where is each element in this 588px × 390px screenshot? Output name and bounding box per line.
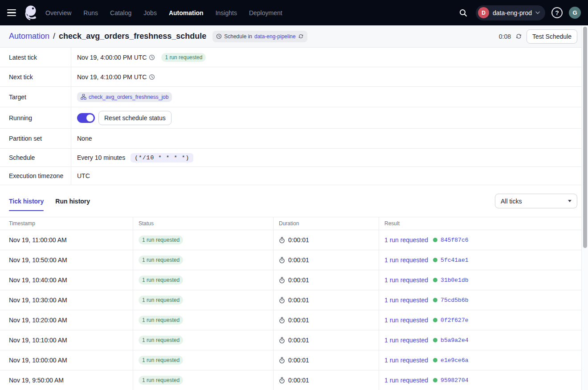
schedule-value: Every 10 minutes xyxy=(77,154,125,161)
tick-duration: 0:00:01 xyxy=(288,337,309,344)
col-header-result: Result xyxy=(379,217,581,230)
tick-filter-value: All ticks xyxy=(501,198,522,205)
nav-item-jobs[interactable]: Jobs xyxy=(143,9,157,16)
refresh-icon[interactable] xyxy=(298,33,304,39)
menu-icon[interactable] xyxy=(7,8,18,18)
tick-timestamp: Nov 19, 10:50:00 AM xyxy=(9,256,67,264)
run-id-link[interactable]: 31b0e1db xyxy=(441,277,468,284)
run-id-link[interactable]: 0f2f627e xyxy=(441,317,468,324)
stopwatch-icon xyxy=(279,337,285,344)
tick-timestamp: Nov 19, 11:00:00 AM xyxy=(9,236,67,244)
row-running: Running Reset schedule status xyxy=(0,107,588,129)
run-id-link[interactable]: 75cd5b6b xyxy=(441,297,468,304)
nav-item-insights[interactable]: Insights xyxy=(216,9,237,16)
run-status-dot xyxy=(433,378,437,382)
tick-result-link[interactable]: 1 run requested xyxy=(384,337,428,344)
repo-link[interactable]: data-eng-pipeline xyxy=(254,33,296,40)
help-icon[interactable]: ? xyxy=(551,7,563,18)
target-job-chip[interactable]: check_avg_orders_freshness_job xyxy=(77,92,172,102)
timezone-value: UTC xyxy=(77,172,90,179)
clock-icon xyxy=(216,33,222,39)
run-id-link[interactable]: 95982704 xyxy=(441,377,468,384)
run-status-dot xyxy=(433,318,437,322)
nav-item-runs[interactable]: Runs xyxy=(83,9,98,16)
schedule-badge-prefix: Schedule in xyxy=(224,33,252,40)
tick-result-link[interactable]: 1 run requested xyxy=(384,377,428,384)
tick-result-link[interactable]: 1 run requested xyxy=(384,276,428,284)
stopwatch-icon xyxy=(279,297,285,304)
stopwatch-icon xyxy=(279,257,285,264)
col-header-duration: Duration xyxy=(274,217,379,230)
run-status-dot xyxy=(433,358,437,362)
run-id-link[interactable]: 5fc41ae1 xyxy=(441,257,468,264)
reset-schedule-status-button[interactable]: Reset schedule status xyxy=(98,111,172,125)
tick-timestamp: Nov 19, 10:00:00 AM xyxy=(9,357,67,364)
table-row: Nov 19, 10:20:00 AM 1 run requested 0:00… xyxy=(0,310,581,330)
nav-item-overview[interactable]: Overview xyxy=(45,9,71,16)
table-row: Nov 19, 10:30:00 AM 1 run requested 0:00… xyxy=(0,290,581,310)
tick-filter-select[interactable]: All ticks xyxy=(495,194,577,208)
page-title: check_avg_orders_freshness_schdule xyxy=(59,32,206,41)
tick-status-badge: 1 run requested xyxy=(139,236,183,244)
tick-duration: 0:00:01 xyxy=(288,377,309,384)
top-nav: OverviewRunsCatalogJobsAutomationInsight… xyxy=(0,0,588,25)
run-id-link[interactable]: b5a9a2e4 xyxy=(441,337,468,344)
stopwatch-icon xyxy=(279,277,285,284)
nav-item-deployment[interactable]: Deployment xyxy=(249,9,282,16)
history-tabs-row: Tick history Run history All ticks xyxy=(0,185,588,217)
schedule-details: Latest tick Nov 19, 4:00:00 PM UTC 1 run… xyxy=(0,48,588,185)
run-id-link[interactable]: e1e9ce6a xyxy=(441,357,468,364)
tick-duration: 0:00:01 xyxy=(288,276,309,284)
workspace-badge: D xyxy=(478,7,489,18)
breadcrumb-automation-link[interactable]: Automation xyxy=(9,32,49,41)
tick-result-link[interactable]: 1 run requested xyxy=(384,236,428,244)
table-row: Nov 19, 10:40:00 AM 1 run requested 0:00… xyxy=(0,270,581,290)
run-status-dot xyxy=(433,298,437,302)
nav-item-catalog[interactable]: Catalog xyxy=(110,9,131,16)
tick-history-table: Timestamp Status Duration Result Nov 19,… xyxy=(0,217,581,390)
tick-status-badge: 1 run requested xyxy=(139,356,183,365)
run-id-link[interactable]: 845f87c6 xyxy=(441,237,468,244)
table-header-row: Timestamp Status Duration Result xyxy=(0,217,581,230)
tick-result-link[interactable]: 1 run requested xyxy=(384,256,428,264)
tick-status-badge: 1 run requested xyxy=(139,376,183,385)
scrollbar-thumb[interactable] xyxy=(583,27,587,248)
tick-status-badge: 1 run requested xyxy=(139,296,183,305)
stopwatch-icon xyxy=(279,317,285,324)
row-execution-timezone: Execution timezone UTC xyxy=(0,167,588,185)
refresh-icon[interactable] xyxy=(515,33,522,40)
tick-status-badge: 1 run requested xyxy=(139,316,183,325)
stopwatch-icon xyxy=(279,377,285,384)
nav-item-automation[interactable]: Automation xyxy=(169,9,204,16)
tick-result-link[interactable]: 1 run requested xyxy=(384,317,428,324)
col-header-timestamp: Timestamp xyxy=(0,217,133,230)
tick-duration: 0:00:01 xyxy=(288,297,309,304)
tick-duration: 0:00:01 xyxy=(288,317,309,324)
test-schedule-button[interactable]: Test Schedule xyxy=(527,29,577,44)
tick-result-link[interactable]: 1 run requested xyxy=(384,297,428,304)
tick-timestamp: Nov 19, 10:10:00 AM xyxy=(9,337,67,344)
dagster-logo[interactable] xyxy=(22,4,39,22)
avatar[interactable]: G xyxy=(569,7,581,19)
target-job-link[interactable]: check_avg_orders_freshness_job xyxy=(89,94,168,100)
stopwatch-icon xyxy=(279,357,285,364)
tab-run-history[interactable]: Run history xyxy=(55,187,90,215)
partition-set-label: Partition set xyxy=(0,129,71,148)
running-toggle[interactable] xyxy=(77,113,95,123)
tick-duration: 0:00:01 xyxy=(288,357,309,364)
job-graph-icon xyxy=(81,94,86,100)
refresh-countdown: 0:08 xyxy=(499,33,511,40)
run-status-dot xyxy=(433,338,437,342)
tick-result-link[interactable]: 1 run requested xyxy=(384,357,428,364)
table-body: Nov 19, 11:00:00 AM 1 run requested 0:00… xyxy=(0,230,581,390)
scrollbar-track[interactable] xyxy=(581,25,588,390)
workspace-name: data-eng-prod xyxy=(493,9,532,16)
search-icon[interactable] xyxy=(457,7,470,19)
tab-tick-history[interactable]: Tick history xyxy=(9,187,44,215)
tick-timestamp: Nov 19, 10:40:00 AM xyxy=(9,276,67,284)
workspace-switcher[interactable]: D data-eng-prod xyxy=(476,5,545,20)
table-row: Nov 19, 10:10:00 AM 1 run requested 0:00… xyxy=(0,330,581,350)
table-row: Nov 19, 11:00:00 AM 1 run requested 0:00… xyxy=(0,230,581,250)
chevron-down-icon xyxy=(535,11,540,14)
row-schedule: Schedule Every 10 minutes (*/10 * * * *) xyxy=(0,149,588,167)
